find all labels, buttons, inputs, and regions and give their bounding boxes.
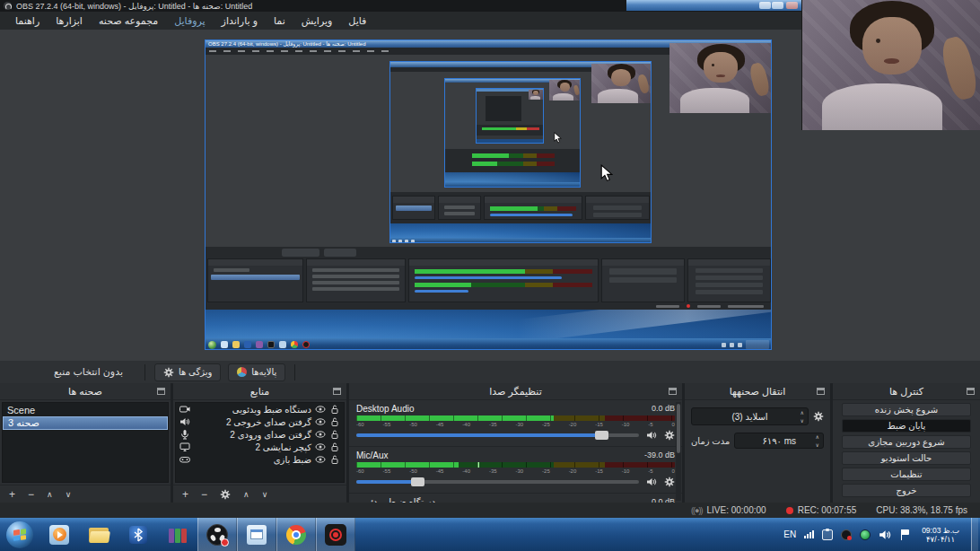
- channel-gear-icon[interactable]: [664, 430, 675, 441]
- scenes-dock-header[interactable]: صحنه ها: [0, 383, 171, 400]
- docks-row: صحنه ها Scene صحنه 3 + − ∧ ∨ منابع: [0, 383, 980, 503]
- captured-docks-l3: [445, 149, 581, 172]
- filters-button[interactable]: پالایه‌ها: [228, 363, 285, 381]
- source-properties-gear-icon[interactable]: [220, 489, 231, 500]
- transitions-dock-header[interactable]: انتقال صحنهها: [685, 383, 830, 400]
- recording-dot-icon: [786, 507, 793, 514]
- scene-down-button[interactable]: ∨: [66, 490, 72, 499]
- eye-icon[interactable]: [315, 416, 326, 427]
- transition-select[interactable]: اسلاید (3) ∧∨: [691, 407, 809, 425]
- eye-icon[interactable]: [315, 404, 326, 415]
- mixer-dock-header[interactable]: تنظیمگر صدا: [349, 383, 682, 400]
- live-status: ((●)) LIVE: 00:00:00: [691, 505, 766, 515]
- start-streaming-button[interactable]: شروع پخش زنده: [842, 403, 971, 416]
- volume-slider-handle[interactable]: [411, 477, 424, 486]
- menu-item-edit[interactable]: ویرایش: [293, 13, 341, 29]
- source-item[interactable]: ضبط بازی: [176, 453, 344, 466]
- source-up-button[interactable]: ∧: [243, 490, 249, 499]
- menu-item-tools[interactable]: ابزارها: [48, 13, 91, 29]
- start-button[interactable]: [0, 518, 39, 551]
- properties-label: ویژگی ها: [179, 367, 212, 377]
- winrar-icon: [169, 527, 187, 543]
- stop-recording-button[interactable]: پایان ضبط: [842, 419, 971, 433]
- dock-float-icon[interactable]: [333, 388, 341, 395]
- volume-meter: [356, 462, 675, 468]
- captured-taskbar-l4: [477, 139, 544, 144]
- mute-speaker-icon[interactable]: [646, 430, 657, 441]
- exit-button[interactable]: خروج: [842, 484, 971, 497]
- studio-mode-button[interactable]: حالت استودیو: [842, 451, 971, 465]
- menu-item-docks[interactable]: و بارانداز: [214, 13, 266, 29]
- maximize-button[interactable]: [772, 2, 783, 9]
- taskbar-item-media-player[interactable]: [39, 518, 79, 551]
- channel-gear-icon[interactable]: [664, 477, 675, 487]
- sources-dock-header[interactable]: منابع: [173, 383, 346, 400]
- lock-icon[interactable]: [329, 442, 340, 452]
- menu-item-scene-collection[interactable]: مجموعه صحنه: [91, 13, 166, 29]
- scene-item[interactable]: Scene: [3, 403, 168, 416]
- mute-speaker-icon[interactable]: [646, 477, 657, 487]
- menu-item-view[interactable]: نما: [266, 13, 293, 29]
- volume-slider-handle[interactable]: [595, 431, 608, 440]
- eye-icon[interactable]: [315, 429, 326, 440]
- taskbar-item-explorer[interactable]: [79, 518, 118, 551]
- minimize-button[interactable]: [759, 2, 771, 9]
- action-center-flag-icon[interactable]: [899, 529, 910, 540]
- start-virtual-camera-button[interactable]: شروع دوربین مجازی: [842, 435, 971, 449]
- taskbar-item-chrome[interactable]: [276, 518, 316, 551]
- eye-icon[interactable]: [315, 442, 326, 452]
- taskbar-clock[interactable]: 09:03 ب.ظ ۴۷/۰۴/۱۱: [918, 526, 963, 544]
- add-scene-button[interactable]: +: [9, 488, 15, 501]
- tray-volume-icon[interactable]: [879, 529, 891, 541]
- close-button[interactable]: [786, 2, 798, 9]
- captured-taskbar-l2: [390, 238, 652, 243]
- scene-preview[interactable]: OBS 27.2.4 (64-bit, windows) - پروفایل: …: [205, 39, 772, 350]
- source-down-button[interactable]: ∨: [262, 490, 268, 499]
- dock-float-icon[interactable]: [967, 388, 975, 395]
- source-item[interactable]: کپچر نمایشی 2: [176, 441, 344, 453]
- mixer-scrollbar[interactable]: [676, 402, 681, 501]
- volume-slider[interactable]: [356, 433, 639, 437]
- duration-input[interactable]: ۶۱۹۰ ms ∧∨: [734, 433, 824, 449]
- spinner-arrows-icon[interactable]: ∧∨: [816, 433, 819, 450]
- lock-icon[interactable]: [329, 416, 340, 427]
- taskbar-item-screen-recorder[interactable]: [316, 518, 355, 551]
- taskbar-item-display-settings[interactable]: [237, 518, 276, 551]
- source-item[interactable]: دستگاه ضبط ویدئویی: [176, 403, 344, 415]
- scene-item-selected[interactable]: صحنه 3: [3, 416, 168, 430]
- scene-up-button[interactable]: ∧: [47, 490, 53, 499]
- source-label: گرفتن صدای ورودی 2: [230, 430, 311, 440]
- tray-clipboard-icon[interactable]: [822, 529, 833, 540]
- properties-button[interactable]: ویژگی ها: [154, 363, 221, 381]
- source-item[interactable]: گرفتن صدای ورودی 2: [176, 428, 344, 441]
- add-source-button[interactable]: +: [182, 488, 188, 501]
- taskbar-item-obs[interactable]: [197, 518, 237, 551]
- controls-dock-header[interactable]: کنترل ها: [833, 383, 980, 400]
- menu-item-file[interactable]: فایل: [340, 13, 374, 29]
- dock-float-icon[interactable]: [669, 388, 677, 395]
- captured-start-orb: [208, 341, 216, 349]
- taskbar-item-bluetooth[interactable]: [118, 518, 158, 551]
- transition-gear-icon[interactable]: [813, 411, 824, 422]
- source-item[interactable]: گرفتن صدای خروجی 2: [176, 415, 344, 428]
- show-desktop-button[interactable]: [971, 518, 978, 551]
- volume-slider[interactable]: [356, 480, 639, 484]
- menu-item-help[interactable]: راهنما: [7, 13, 48, 29]
- eye-icon[interactable]: [315, 454, 326, 465]
- remove-source-button[interactable]: −: [201, 488, 207, 501]
- lock-icon[interactable]: [329, 454, 340, 465]
- remove-scene-button[interactable]: −: [28, 488, 34, 501]
- tray-obs-icon[interactable]: [841, 529, 852, 540]
- taskbar-item-winrar[interactable]: [158, 518, 197, 551]
- tray-status-icon[interactable]: [860, 529, 871, 540]
- network-signal-icon[interactable]: [804, 530, 814, 538]
- lock-icon[interactable]: [329, 404, 340, 415]
- language-indicator[interactable]: EN: [783, 529, 796, 539]
- dock-float-icon[interactable]: [157, 388, 165, 395]
- captured-preview-level4: [476, 88, 544, 144]
- lock-icon[interactable]: [329, 429, 340, 440]
- captured-docks-l4: [477, 125, 544, 136]
- menu-item-profile[interactable]: پروفایل: [166, 13, 213, 29]
- dock-float-icon[interactable]: [817, 388, 825, 395]
- settings-button[interactable]: تنظیمات: [842, 468, 971, 481]
